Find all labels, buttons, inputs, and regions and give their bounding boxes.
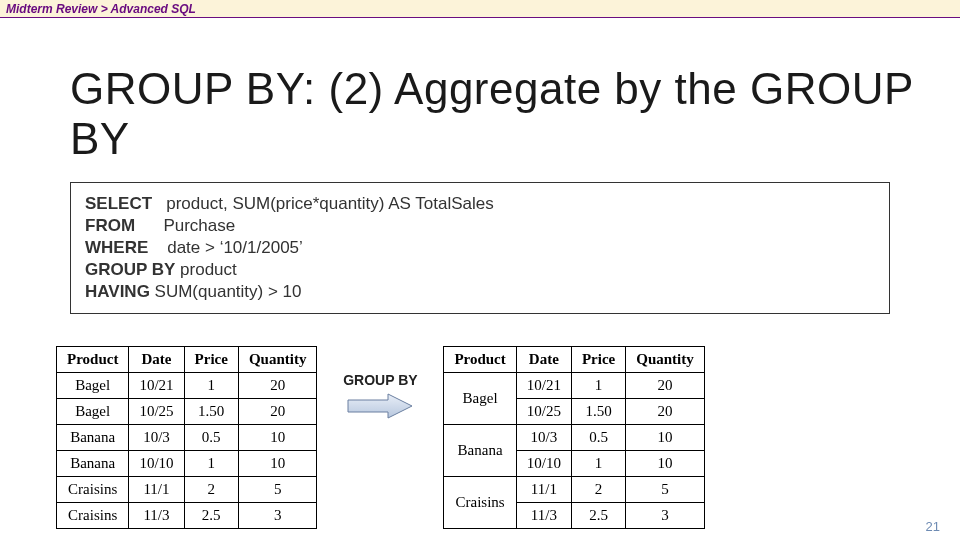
table-cell: 1.50 (571, 399, 625, 425)
col-header: Price (571, 347, 625, 373)
col-header: Quantity (626, 347, 705, 373)
arrow-icon (344, 390, 416, 422)
table-cell: 1 (184, 451, 238, 477)
table-cell: 1 (571, 451, 625, 477)
table-cell: 10 (626, 425, 705, 451)
sql-kw-where: WHERE (85, 238, 148, 257)
col-header: Product (444, 347, 516, 373)
table-cell: 11/3 (129, 503, 184, 529)
table-cell: 2 (571, 477, 625, 503)
sql-rest-1: product, SUM(price*quantity) AS TotalSal… (152, 194, 494, 213)
table-cell: 10/25 (129, 399, 184, 425)
table-cell: 10/21 (516, 373, 571, 399)
sql-rest-5: SUM(quantity) > 10 (150, 282, 302, 301)
table-cell: 2 (184, 477, 238, 503)
col-header: Product (57, 347, 129, 373)
breadcrumb: Midterm Review > Advanced SQL (0, 0, 960, 18)
table-header-row: Product Date Price Quantity (444, 347, 704, 373)
table-cell: 5 (626, 477, 705, 503)
table-cell: 1.50 (184, 399, 238, 425)
table-row: Bagel10/21120 (57, 373, 317, 399)
table-cell: 10 (626, 451, 705, 477)
slide-title: GROUP BY: (2) Aggregate by the GROUP BY (70, 64, 960, 164)
col-header: Quantity (238, 347, 317, 373)
table-cell: 10/10 (516, 451, 571, 477)
group-product-cell: Banana (444, 425, 516, 477)
sql-kw-select: SELECT (85, 194, 152, 213)
col-header: Price (184, 347, 238, 373)
table-cell: 11/1 (516, 477, 571, 503)
table-cell: 11/3 (516, 503, 571, 529)
table-cell: 2.5 (571, 503, 625, 529)
table-row: Banana10/30.510 (57, 425, 317, 451)
table-cell: 1 (184, 373, 238, 399)
table-row: Craisins11/125 (57, 477, 317, 503)
table-row: Banana10/30.510 (444, 425, 704, 451)
table-cell: 10/10 (129, 451, 184, 477)
table-cell: 10/3 (516, 425, 571, 451)
table-cell: 3 (238, 503, 317, 529)
table-cell: 1 (571, 373, 625, 399)
page-number: 21 (926, 519, 940, 534)
sql-rest-4: product (175, 260, 236, 279)
table-row: Bagel10/21120 (444, 373, 704, 399)
group-product-cell: Bagel (444, 373, 516, 425)
svg-marker-0 (348, 394, 412, 418)
table-cell: 2.5 (184, 503, 238, 529)
col-header: Date (516, 347, 571, 373)
table-cell: 10 (238, 451, 317, 477)
table-cell: 20 (626, 373, 705, 399)
table-cell: Bagel (57, 373, 129, 399)
col-header: Date (129, 347, 184, 373)
table-row: Banana10/10110 (57, 451, 317, 477)
table-header-row: Product Date Price Quantity (57, 347, 317, 373)
sql-rest-2: Purchase (135, 216, 235, 235)
sql-kw-from: FROM (85, 216, 135, 235)
group-product-cell: Craisins (444, 477, 516, 529)
table-cell: 5 (238, 477, 317, 503)
table-cell: Craisins (57, 477, 129, 503)
table-cell: Bagel (57, 399, 129, 425)
table-row: Craisins11/32.53 (57, 503, 317, 529)
source-table: Product Date Price Quantity Bagel10/2112… (56, 346, 317, 529)
table-cell: 10/21 (129, 373, 184, 399)
table-cell: 20 (238, 373, 317, 399)
sql-kw-having: HAVING (85, 282, 150, 301)
table-row: Bagel10/251.5020 (57, 399, 317, 425)
table-cell: Banana (57, 425, 129, 451)
table-cell: 3 (626, 503, 705, 529)
sql-code-box: SELECT product, SUM(price*quantity) AS T… (70, 182, 890, 314)
grouped-table: Product Date Price Quantity Bagel10/2112… (443, 346, 704, 529)
table-cell: 10 (238, 425, 317, 451)
table-cell: Banana (57, 451, 129, 477)
table-cell: 10/3 (129, 425, 184, 451)
table-cell: Craisins (57, 503, 129, 529)
table-row: Craisins11/125 (444, 477, 704, 503)
table-cell: 20 (626, 399, 705, 425)
table-cell: 20 (238, 399, 317, 425)
table-cell: 11/1 (129, 477, 184, 503)
sql-kw-groupby: GROUP BY (85, 260, 175, 279)
table-cell: 0.5 (184, 425, 238, 451)
group-by-label: GROUP BY (343, 372, 417, 388)
table-cell: 0.5 (571, 425, 625, 451)
table-cell: 10/25 (516, 399, 571, 425)
sql-rest-3: date > ‘10/1/2005’ (148, 238, 303, 257)
